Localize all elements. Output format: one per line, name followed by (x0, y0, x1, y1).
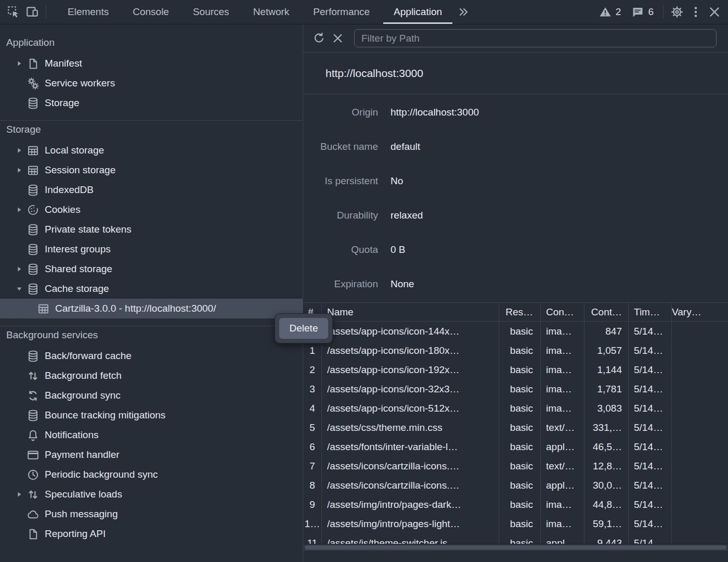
column-header-cont[interactable]: Cont… (584, 303, 629, 321)
table-row[interactable]: 4/assets/app-icons/icon-512x…basicima…3,… (303, 399, 728, 418)
cell-name: /assets/img/intro/pages-light… (322, 514, 499, 533)
table-row[interactable]: 11/assets/js/theme-switcher.jsbasicappl…… (303, 533, 728, 544)
column-header-res[interactable]: Res… (499, 303, 541, 321)
sidebar-item-cookies[interactable]: Cookies (0, 200, 303, 220)
indent-spacer (12, 220, 26, 239)
grid-icon (36, 302, 50, 315)
warnings-badge[interactable]: 2 (594, 6, 627, 18)
cell-vary (672, 360, 728, 379)
message-count: 6 (648, 6, 654, 18)
device-toolbar-icon[interactable] (23, 3, 42, 21)
sidebar-item-background-fetch[interactable]: Background fetch (0, 366, 303, 386)
table-row[interactable]: 1/assets/app-icons/icon-180x…basicima…1,… (303, 341, 728, 360)
column-header-name[interactable]: Name (322, 303, 499, 321)
detail-row-origin: Originhttp://localhost:3000 (303, 95, 728, 130)
table-row[interactable]: 5/assets/css/theme.min.cssbasictext/…331… (303, 418, 728, 437)
gears-icon (26, 76, 40, 90)
sidebar-item-local-storage[interactable]: Local storage (0, 140, 303, 160)
detail-label: Quota (303, 244, 378, 256)
sidebar-item-indexeddb[interactable]: IndexedDB (0, 180, 303, 200)
tab-elements[interactable]: Elements (56, 0, 121, 24)
scrollbar-thumb[interactable] (305, 545, 726, 550)
column-header-tim[interactable]: Tim… (629, 303, 672, 321)
database-icon (26, 282, 40, 296)
detail-value: http://localhost:3000 (391, 107, 728, 118)
table-row[interactable]: 8/assets/icons/cartzilla-icons.…basicapp… (303, 476, 728, 495)
sidebar-item-speculative-loads[interactable]: Speculative loads (0, 484, 303, 504)
chevron-down-icon[interactable] (12, 279, 26, 299)
sidebar-item-payment-handler[interactable]: Payment handler (0, 445, 303, 465)
detail-row-is-persistent: Is persistentNo (303, 164, 728, 198)
chevron-right-icon[interactable] (12, 259, 26, 279)
context-menu-item-delete[interactable]: Delete (279, 318, 328, 339)
sidebar-item-bounce-tracking-mitigations[interactable]: Bounce tracking mitigations (0, 405, 303, 425)
sidebar-item-label: Cartzilla-3.0.0 - http://localhost:3000/ (55, 303, 216, 314)
sidebar-item-cache-storage[interactable]: Cache storage (0, 279, 303, 299)
table-row[interactable]: 0/assets/app-icons/icon-144x…basicima…84… (303, 322, 728, 341)
table-row[interactable]: 3/assets/app-icons/icon-32x3…basicima…1,… (303, 379, 728, 399)
cell-res: basic (499, 341, 541, 360)
sidebar-item-cartzilla-3-0-0-http-localhost-3000[interactable]: Cartzilla-3.0.0 - http://localhost:3000/ (0, 299, 303, 318)
cell-cont: 44,8… (584, 495, 629, 514)
cache-storage-panel: http://localhost:3000 Originhttp://local… (303, 24, 728, 562)
close-icon[interactable] (705, 3, 724, 21)
cell-con: ima… (541, 341, 584, 360)
messages-badge[interactable]: 6 (626, 6, 659, 18)
inspect-element-icon[interactable] (4, 3, 23, 21)
chevron-right-icon[interactable] (12, 484, 26, 504)
cell-num: 11 (303, 533, 322, 544)
chevron-right-icon[interactable] (12, 160, 26, 180)
sidebar-item-service-workers[interactable]: Service workers (0, 73, 303, 93)
sidebar-item-background-sync[interactable]: Background sync (0, 386, 303, 405)
column-header-con[interactable]: Con… (541, 303, 584, 321)
table-row[interactable]: 9/assets/img/intro/pages-dark…basicima…4… (303, 495, 728, 514)
cache-filter-toolbar (303, 24, 728, 53)
more-menu-icon[interactable] (686, 3, 705, 21)
sidebar-item-push-messaging[interactable]: Push messaging (0, 504, 303, 524)
table-row[interactable]: 7/assets/icons/cartzilla-icons.…basictex… (303, 456, 728, 476)
sidebar-item-back-forward-cache[interactable]: Back/forward cache (0, 346, 303, 366)
chevron-right-icon[interactable] (12, 200, 26, 220)
sidebar-item-private-state-tokens[interactable]: Private state tokens (0, 220, 303, 239)
chevron-right-icon[interactable] (12, 54, 26, 73)
horizontal-scrollbar[interactable] (303, 544, 728, 550)
section-title-background-services: Background services (0, 326, 303, 346)
detail-row-bucket-name: Bucket namedefault (303, 130, 728, 164)
detail-label: Durability (303, 210, 378, 221)
table-row[interactable]: 6/assets/fonts/inter-variable-l…basicapp… (303, 437, 728, 456)
table-row[interactable]: 2/assets/app-icons/icon-192x…basicima…1,… (303, 360, 728, 379)
filter-by-path-input[interactable] (354, 29, 717, 47)
sidebar-item-interest-groups[interactable]: Interest groups (0, 239, 303, 259)
cell-name: /assets/app-icons/icon-512x… (322, 399, 499, 418)
main-split: ApplicationManifestService workersStorag… (0, 24, 728, 562)
cell-con: appl… (541, 437, 584, 456)
clear-filter-icon[interactable] (328, 29, 347, 48)
sidebar-item-reporting-api[interactable]: Reporting API (0, 524, 303, 544)
cell-tim: 5/14… (629, 456, 672, 476)
refresh-icon[interactable] (309, 29, 328, 48)
tab-console[interactable]: Console (121, 0, 181, 24)
detail-value: No (391, 175, 728, 187)
column-header-vary[interactable]: Vary… (672, 303, 728, 321)
table-row[interactable]: 1…/assets/img/intro/pages-light…basicima… (303, 514, 728, 533)
tab-network[interactable]: Network (241, 0, 302, 24)
cell-con: ima… (541, 514, 584, 533)
sidebar-item-notifications[interactable]: Notifications (0, 425, 303, 445)
sidebar-item-manifest[interactable]: Manifest (0, 54, 303, 73)
warning-icon (599, 6, 612, 18)
section-title-application: Application (0, 34, 303, 54)
settings-gear-icon[interactable] (668, 3, 686, 21)
cell-num: 1… (303, 514, 322, 533)
cell-name: /assets/icons/cartzilla-icons.… (322, 456, 499, 476)
chevron-right-icon[interactable] (12, 140, 26, 160)
cell-num: 9 (303, 495, 322, 514)
sidebar-item-storage[interactable]: Storage (0, 93, 303, 113)
sidebar-item-periodic-background-sync[interactable]: Periodic background sync (0, 465, 303, 484)
more-tabs-icon[interactable] (454, 3, 473, 21)
tab-sources[interactable]: Sources (181, 0, 241, 24)
sidebar-item-shared-storage[interactable]: Shared storage (0, 259, 303, 279)
message-icon (631, 6, 644, 18)
sidebar-item-session-storage[interactable]: Session storage (0, 160, 303, 180)
tab-performance[interactable]: Performance (301, 0, 382, 24)
tab-application[interactable]: Application (382, 0, 454, 24)
